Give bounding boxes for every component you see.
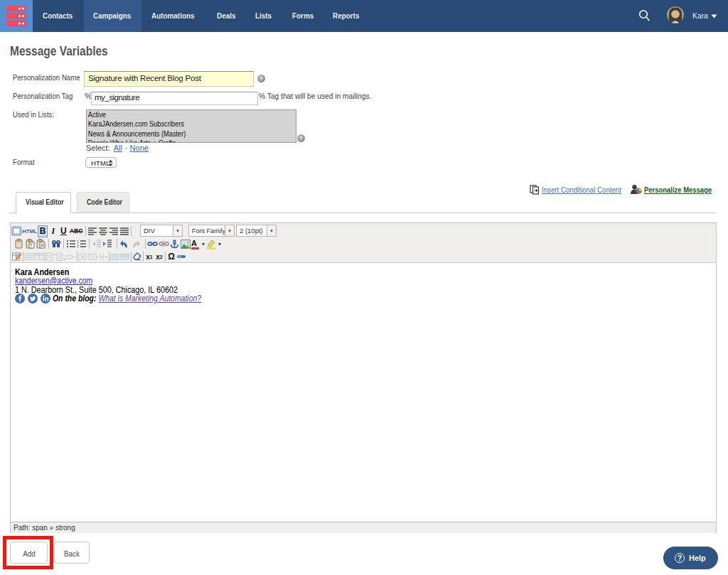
- svg-text:T: T: [30, 243, 33, 247]
- svg-text:+: +: [82, 254, 84, 258]
- svg-text:2: 2: [77, 244, 79, 248]
- svg-text:W: W: [41, 243, 45, 247]
- svg-text:A: A: [191, 239, 197, 247]
